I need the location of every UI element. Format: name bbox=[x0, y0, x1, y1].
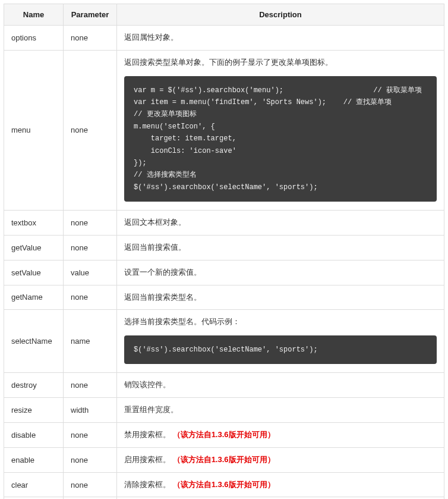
cell-name: destroy bbox=[4, 373, 64, 398]
table-row: getNamenone返回当前搜索类型名。 bbox=[4, 285, 444, 310]
cell-description: 返回搜索类型菜单对象。下面的例子显示了更改菜单项图标。var m = $('#s… bbox=[117, 50, 444, 210]
cell-description: 返回属性对象。 bbox=[117, 26, 444, 51]
description-text: 选择当前搜索类型名。代码示例： bbox=[124, 317, 240, 326]
description-text: 设置一个新的搜索值。 bbox=[124, 268, 201, 277]
version-note: （该方法自1.3.6版开始可用） bbox=[173, 480, 275, 489]
cell-name: options bbox=[4, 26, 64, 51]
header-description: Description bbox=[117, 4, 444, 26]
description-text: 返回当前搜索值。 bbox=[124, 243, 186, 252]
description-text: 返回当前搜索类型名。 bbox=[124, 293, 201, 302]
cell-description: 禁用搜索框。 （该方法自1.3.6版开始可用） bbox=[117, 423, 444, 448]
version-note: （该方法自1.3.6版开始可用） bbox=[173, 430, 275, 439]
cell-description: 返回文本框对象。 bbox=[117, 211, 444, 236]
cell-description: 清除搜索框。 （该方法自1.3.6版开始可用） bbox=[117, 472, 444, 497]
cell-description: 重置组件宽度。 bbox=[117, 398, 444, 423]
code-block: var m = $('#ss').searchbox('menu'); // 获… bbox=[124, 76, 437, 202]
cell-parameter: width bbox=[64, 398, 117, 423]
table-row: enablenone启用搜索框。 （该方法自1.3.6版开始可用） bbox=[4, 447, 444, 472]
table-row: disablenone禁用搜索框。 （该方法自1.3.6版开始可用） bbox=[4, 423, 444, 448]
cell-description: 启用搜索框。 （该方法自1.3.6版开始可用） bbox=[117, 447, 444, 472]
description-text: 清除搜索框。 bbox=[124, 480, 171, 489]
code-block: $('#ss').searchbox('selectName', 'sports… bbox=[124, 335, 437, 364]
table-row: textboxnone返回文本框对象。 bbox=[4, 211, 444, 236]
cell-parameter: name bbox=[64, 310, 117, 373]
cell-parameter: none bbox=[64, 26, 117, 51]
cell-name: menu bbox=[4, 50, 64, 210]
header-parameter: Parameter bbox=[64, 4, 117, 26]
description-text: 重置组件宽度。 bbox=[124, 405, 178, 414]
description-text: 启用搜索框。 bbox=[124, 455, 171, 464]
cell-parameter: value bbox=[64, 260, 117, 285]
description-text: 禁用搜索框。 bbox=[124, 430, 171, 439]
cell-name: selectName bbox=[4, 310, 64, 373]
cell-parameter: none bbox=[64, 285, 117, 310]
header-name: Name bbox=[4, 4, 64, 26]
cell-name: enable bbox=[4, 447, 64, 472]
description-text: 返回属性对象。 bbox=[124, 33, 178, 42]
cell-parameter: none bbox=[64, 373, 117, 398]
description-text: 销毁该控件。 bbox=[124, 380, 171, 389]
table-row: destroynone销毁该控件。 bbox=[4, 373, 444, 398]
table-row: getValuenone返回当前搜索值。 bbox=[4, 235, 444, 260]
cell-name: getValue bbox=[4, 235, 64, 260]
methods-table: Name Parameter Description optionsnone返回… bbox=[4, 4, 444, 499]
table-row: clearnone清除搜索框。 （该方法自1.3.6版开始可用） bbox=[4, 472, 444, 497]
table-row: selectNamename选择当前搜索类型名。代码示例：$('#ss').se… bbox=[4, 310, 444, 373]
cell-name: disable bbox=[4, 423, 64, 448]
table-header-row: Name Parameter Description bbox=[4, 4, 444, 26]
cell-parameter: none bbox=[64, 423, 117, 448]
cell-description: 返回当前搜索类型名。 bbox=[117, 285, 444, 310]
description-text: 返回搜索类型菜单对象。下面的例子显示了更改菜单项图标。 bbox=[124, 58, 333, 67]
cell-description: 设置一个新的搜索值。 bbox=[117, 260, 444, 285]
table-row: optionsnone返回属性对象。 bbox=[4, 26, 444, 51]
cell-parameter: none bbox=[64, 50, 117, 210]
cell-name: clear bbox=[4, 472, 64, 497]
table-row: setValuevalue设置一个新的搜索值。 bbox=[4, 260, 444, 285]
cell-description: 返回当前搜索值。 bbox=[117, 235, 444, 260]
version-note: （该方法自1.3.6版开始可用） bbox=[173, 455, 275, 464]
cell-name: setValue bbox=[4, 260, 64, 285]
cell-name: textbox bbox=[4, 211, 64, 236]
cell-name: resize bbox=[4, 398, 64, 423]
description-text: 返回文本框对象。 bbox=[124, 218, 186, 227]
cell-description: 销毁该控件。 bbox=[117, 373, 444, 398]
table-row: menunone返回搜索类型菜单对象。下面的例子显示了更改菜单项图标。var m… bbox=[4, 50, 444, 210]
cell-parameter: none bbox=[64, 211, 117, 236]
cell-parameter: none bbox=[64, 235, 117, 260]
table-row: resizewidth重置组件宽度。 bbox=[4, 398, 444, 423]
cell-parameter: none bbox=[64, 447, 117, 472]
cell-parameter: none bbox=[64, 472, 117, 497]
cell-name: getName bbox=[4, 285, 64, 310]
cell-description: 选择当前搜索类型名。代码示例：$('#ss').searchbox('selec… bbox=[117, 310, 444, 373]
